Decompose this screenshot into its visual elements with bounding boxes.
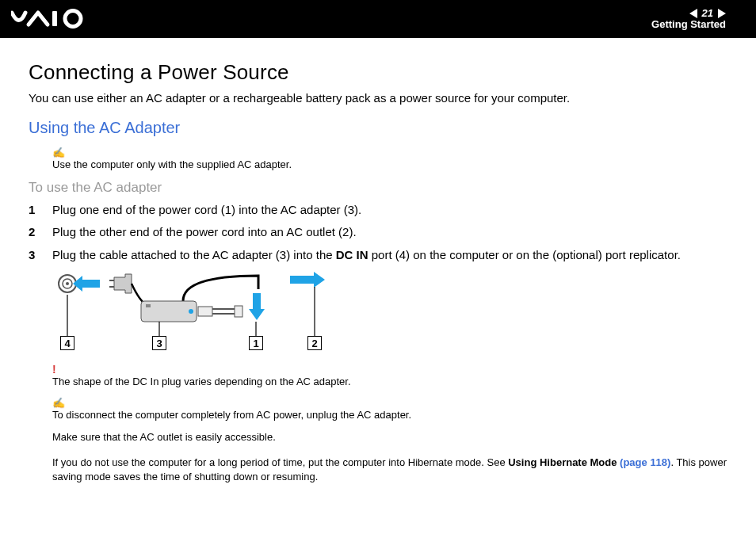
vaio-logo-icon: [11, 7, 98, 31]
note-2: To disconnect the computer completely fr…: [52, 409, 727, 421]
final-a: If you do not use the computer for a lon…: [52, 456, 508, 468]
svg-point-1: [65, 11, 81, 27]
warning-icon: !: [52, 363, 727, 376]
final-b: Using Hibernate Mode: [508, 456, 620, 468]
next-page-icon[interactable]: [718, 9, 726, 18]
callout-3: 3: [152, 336, 166, 350]
note-1: Use the computer only with the supplied …: [52, 158, 727, 170]
step-3-a: Plug the cable attached to the AC adapte…: [52, 248, 336, 261]
svg-point-4: [66, 282, 69, 285]
callout-1: 1: [249, 336, 263, 350]
adapter-diagram: 4 3 1 2: [52, 269, 338, 357]
adapter-diagram-svg: [52, 269, 338, 357]
page-title: Connecting a Power Source: [29, 60, 727, 85]
step-2: Plug the other end of the power cord int…: [29, 224, 727, 240]
note-icon: ✍: [52, 147, 727, 158]
step-3-c: port (4) on the computer or on the (opti…: [368, 248, 681, 261]
header-section: Getting Started: [651, 19, 726, 30]
page-content: Connecting a Power Source You can use ei…: [0, 38, 756, 484]
svg-point-10: [189, 309, 193, 314]
note-3: Make sure that the AC outlet is easily a…: [52, 430, 727, 444]
hibernate-link[interactable]: (page 118): [620, 456, 670, 468]
step-3-b: DC IN: [336, 248, 368, 261]
step-1: Plug one end of the power cord (1) into …: [29, 202, 727, 218]
svg-rect-9: [146, 304, 151, 307]
sub-heading: To use the AC adapter: [29, 180, 727, 196]
svg-rect-0: [52, 11, 57, 26]
callout-4: 4: [60, 336, 74, 350]
page-header: 21 Getting Started: [0, 0, 756, 38]
final-paragraph: If you do not use the computer for a lon…: [52, 456, 727, 484]
svg-marker-15: [249, 293, 265, 320]
svg-rect-8: [141, 301, 197, 322]
warning-text: The shape of the DC In plug varies depen…: [52, 376, 727, 387]
callout-2: 2: [307, 336, 322, 350]
brand-logo: [11, 7, 98, 31]
note-icon-2: ✍: [52, 397, 727, 409]
section-heading: Using the AC Adapter: [29, 119, 727, 137]
svg-marker-5: [73, 276, 100, 292]
svg-rect-11: [198, 307, 212, 316]
step-3: Plug the cable attached to the AC adapte…: [29, 247, 727, 263]
svg-rect-14: [235, 306, 242, 317]
intro-text: You can use either an AC adapter or a re…: [29, 91, 727, 105]
step-list: Plug one end of the power cord (1) into …: [29, 202, 727, 263]
page-number: 21: [702, 8, 713, 19]
header-meta: 21 Getting Started: [651, 8, 742, 29]
svg-marker-16: [290, 272, 325, 288]
prev-page-icon[interactable]: [689, 9, 697, 18]
